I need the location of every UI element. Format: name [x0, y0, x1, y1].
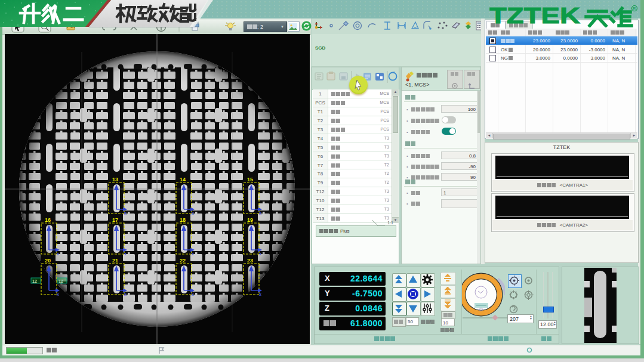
svg-text:x: x — [259, 292, 261, 296]
svg-text:x: x — [57, 252, 59, 256]
svg-text:22: 22 — [180, 258, 186, 264]
svg-text:23: 23 — [247, 258, 253, 264]
svg-text:x: x — [124, 252, 127, 256]
svg-text:R: R — [633, 6, 636, 11]
svg-text:x: x — [192, 252, 194, 256]
svg-text:x: x — [192, 292, 194, 296]
svg-text:x: x — [192, 211, 194, 215]
svg-text:x: x — [259, 211, 261, 215]
svg-text:16: 16 — [45, 217, 51, 223]
svg-text:14: 14 — [180, 177, 186, 182]
svg-text:18: 18 — [180, 217, 186, 223]
svg-text:15: 15 — [247, 177, 253, 182]
svg-text:12: 12 — [58, 279, 63, 283]
svg-text:12: 12 — [32, 279, 37, 283]
svg-text:x: x — [57, 292, 59, 296]
svg-text:13: 13 — [112, 177, 118, 182]
svg-text:17: 17 — [112, 217, 118, 223]
svg-text:19: 19 — [247, 217, 253, 223]
svg-text:20: 20 — [45, 258, 51, 264]
svg-text:TZTEK: TZTEK — [489, 4, 580, 27]
svg-text:x: x — [259, 252, 261, 256]
svg-text:x: x — [124, 211, 127, 215]
svg-text:21: 21 — [112, 258, 118, 264]
svg-text:x: x — [124, 292, 127, 296]
